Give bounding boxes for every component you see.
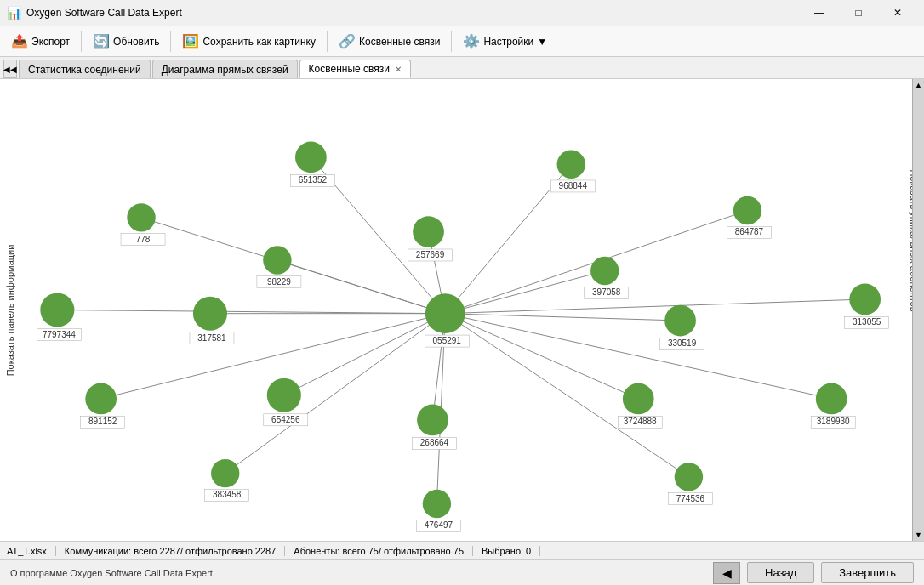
node-n16[interactable]: 3189930 (811, 383, 855, 429)
finish-button[interactable]: Завершить (821, 562, 914, 583)
save-image-icon: 🖼️ (182, 33, 199, 49)
status-communications: Коммуникации: всего 2287/ отфильтровано … (56, 546, 285, 556)
node-n11[interactable]: 330519 (660, 305, 704, 350)
graph-edge (284, 314, 445, 395)
close-button[interactable]: ✕ (878, 0, 917, 26)
node-label-n18: 774536 (676, 494, 705, 503)
svg-point-6 (733, 196, 761, 224)
save-image-button[interactable]: 🖼️ Сохранить как картинку (174, 29, 323, 54)
node-label-n3: 864787 (735, 227, 764, 236)
node-label-n6: 397058 (592, 287, 621, 297)
back-arrow-button[interactable]: ◀ (713, 562, 740, 584)
node-n7[interactable]: 98229 (257, 246, 301, 287)
settings-dropdown-arrow: ▼ (537, 36, 547, 48)
node-n3[interactable]: 864787 (727, 196, 772, 238)
node-n2[interactable]: 968844 (550, 151, 595, 192)
node-label-n14: 268664 (420, 438, 449, 447)
node-center[interactable]: 055291 (425, 293, 469, 347)
export-button[interactable]: 📤 Экспорт (3, 29, 77, 54)
svg-point-12 (590, 257, 619, 285)
main-graph-area[interactable]: Показать панель информации Показать уник… (0, 79, 924, 541)
scroll-up-arrow[interactable]: ▲ (915, 81, 922, 89)
node-n8[interactable]: 7797344 (37, 292, 81, 340)
svg-point-30 (623, 383, 654, 415)
svg-point-2 (295, 142, 327, 173)
scroll-down-arrow[interactable]: ▼ (915, 531, 922, 539)
node-label-n4: 778 (136, 235, 151, 244)
settings-button[interactable]: ⚙️ Настройки ▼ (455, 29, 555, 54)
svg-point-32 (816, 383, 847, 415)
toolbar-separator (81, 31, 82, 52)
tab-indirect-close[interactable]: ✕ (395, 65, 402, 74)
svg-point-26 (267, 378, 301, 412)
minimize-button[interactable]: — (800, 0, 839, 26)
node-n6[interactable]: 397058 (585, 257, 629, 298)
node-label-n12: 891152 (88, 417, 117, 426)
svg-point-36 (675, 463, 703, 491)
node-n4[interactable]: 778 (121, 203, 165, 245)
graph-edge (445, 271, 604, 314)
node-n17[interactable]: 383458 (205, 459, 249, 501)
side-label-info[interactable]: Показать панель информации (5, 244, 15, 376)
refresh-button[interactable]: 🔄 Обновить (85, 29, 167, 54)
node-n18[interactable]: 774536 (668, 463, 712, 504)
svg-point-20 (849, 284, 881, 315)
node-n9[interactable]: 317581 (190, 297, 234, 344)
back-button[interactable]: Назад (747, 562, 814, 583)
node-n15[interactable]: 3724888 (618, 383, 662, 429)
svg-point-22 (664, 305, 696, 337)
app-title: Oxygen Software Call Data Expert (26, 7, 800, 19)
node-label-n17: 383458 (213, 490, 242, 499)
node-label-n1: 651352 (299, 175, 328, 185)
tab-direct[interactable]: Диаграмма прямых связей (152, 60, 298, 78)
toolbar: 📤 Экспорт 🔄 Обновить 🖼️ Сохранить как ка… (0, 26, 924, 57)
svg-point-24 (85, 383, 117, 415)
node-n12[interactable]: 891152 (81, 383, 125, 429)
about-link[interactable]: О программе Oxygen Software Call Data Ex… (10, 568, 213, 578)
export-icon: 📤 (11, 33, 28, 49)
node-n19[interactable]: 476497 (416, 490, 460, 531)
node-label-n19: 476497 (425, 520, 453, 530)
node-n14[interactable]: 268664 (412, 405, 456, 450)
svg-point-8 (127, 203, 155, 231)
svg-point-4 (557, 151, 585, 179)
indirect-button[interactable]: 🔗 Косвенные связи (331, 29, 448, 54)
graph-svg[interactable]: 0552916513529688448647877782576693970589… (17, 79, 907, 541)
tab-scroll-left[interactable]: ◀◀ (3, 60, 17, 78)
tab-stats[interactable]: Статистика соединений (19, 60, 151, 78)
graph-container[interactable]: 0552916513529688448647877782576693970589… (17, 79, 907, 541)
graph-edge (445, 314, 680, 321)
tab-indirect[interactable]: Косвенные связи ✕ (299, 60, 411, 78)
node-label-n13: 654256 (271, 415, 300, 424)
svg-point-18 (193, 297, 227, 331)
maximize-button[interactable]: □ (839, 0, 878, 26)
node-label-n8: 7797344 (43, 330, 76, 339)
node-n1[interactable]: 651352 (290, 142, 334, 187)
graph-edge (277, 260, 445, 314)
window-controls: — □ ✕ (800, 0, 917, 26)
status-bar: AT_T.xlsx Коммуникации: всего 2287/ отфи… (0, 541, 924, 559)
node-n5[interactable]: 257669 (408, 216, 453, 261)
refresh-icon: 🔄 (93, 33, 110, 49)
indirect-icon: 🔗 (339, 33, 356, 49)
toolbar-separator-4 (451, 31, 452, 52)
app-icon: 📊 (7, 6, 21, 20)
node-label-n7: 98229 (267, 277, 291, 287)
node-label-center: 055291 (433, 336, 462, 345)
node-n13[interactable]: 654256 (264, 378, 308, 426)
node-label-n10: 313055 (853, 317, 881, 327)
toolbar-separator-2 (170, 31, 171, 52)
node-label-n11: 330519 (668, 338, 697, 348)
right-scrollbar[interactable]: ▲ ▼ (912, 79, 924, 541)
svg-point-16 (40, 292, 74, 327)
node-label-n16: 3189930 (817, 417, 850, 426)
graph-edge (57, 310, 445, 314)
graph-edge (445, 314, 638, 399)
bottom-bar: О программе Oxygen Software Call Data Ex… (0, 559, 924, 585)
status-selected: Выбрано: 0 (473, 546, 540, 556)
node-n10[interactable]: 313055 (845, 284, 889, 329)
graph-edge (445, 299, 864, 314)
node-label-n9: 317581 (197, 333, 226, 343)
node-label-n15: 3724888 (624, 417, 657, 426)
svg-point-0 (425, 293, 465, 333)
